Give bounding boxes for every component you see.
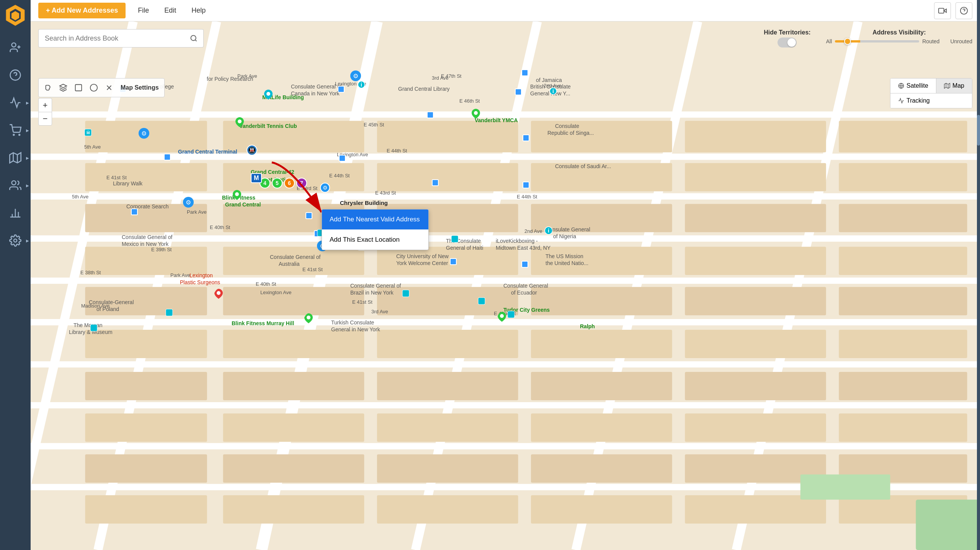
blue-square-5[interactable] xyxy=(164,154,171,160)
search-input[interactable] xyxy=(38,29,184,47)
map-settings-label[interactable]: Map Settings xyxy=(118,84,162,91)
blue-square-16[interactable] xyxy=(515,88,522,95)
add-nearest-valid-address-item[interactable]: Add The Nearest Valid Address xyxy=(322,210,428,229)
route-number-7: 7 xyxy=(296,178,307,188)
svg-rect-69 xyxy=(85,330,207,358)
gear-marker-2[interactable]: ⚙ xyxy=(183,197,194,208)
svg-rect-119 xyxy=(402,290,409,297)
info-marker-2[interactable]: i xyxy=(549,87,557,97)
svg-rect-51 xyxy=(85,204,207,232)
metlife-marker[interactable] xyxy=(264,90,273,101)
blink-fitness-marker[interactable] xyxy=(233,190,241,201)
click-target-marker[interactable]: ⚙ xyxy=(320,182,330,195)
scrollbar-handle[interactable] xyxy=(977,115,980,146)
address-visibility-control: Address Visibility: All Routed Unrouted xyxy=(826,29,972,45)
satellite-button[interactable]: Satellite xyxy=(890,79,936,93)
blue-square-13[interactable] xyxy=(450,258,457,265)
address-marker xyxy=(523,134,529,141)
landmark-marker-1[interactable]: 🏛 xyxy=(84,129,92,138)
blue-square-7[interactable] xyxy=(432,179,439,186)
blink-murray-marker[interactable] xyxy=(304,313,313,325)
landmark-marker-5[interactable] xyxy=(451,235,459,244)
add-exact-location-item[interactable]: Add This Exact Location xyxy=(322,229,428,250)
help-menu[interactable]: Help xyxy=(188,5,209,16)
circle-tool-button[interactable] xyxy=(87,81,101,95)
sidebar-item-map[interactable]: ▶ xyxy=(0,144,31,172)
blue-square-3[interactable] xyxy=(427,111,434,118)
search-button[interactable] xyxy=(184,29,204,47)
svg-rect-64 xyxy=(223,287,364,315)
svg-rect-75 xyxy=(85,372,207,400)
view-top-row: Satellite Map xyxy=(890,79,972,93)
svg-rect-81 xyxy=(85,414,207,442)
sidebar-item-chart[interactable]: ▶ xyxy=(0,89,31,116)
chevron-right-icon: ▶ xyxy=(26,156,29,160)
gear-marker-3[interactable]: ⚙ xyxy=(350,70,361,81)
blue-square-2[interactable] xyxy=(338,86,345,93)
zoom-out-button[interactable]: − xyxy=(38,112,52,126)
num-marker-7[interactable]: 7 xyxy=(296,178,307,188)
vanderbilt-ymca-marker[interactable] xyxy=(472,109,480,120)
grand-central-subway-marker[interactable]: 🚇 xyxy=(247,145,257,156)
zoom-in-button[interactable]: + xyxy=(38,98,52,112)
address-marker xyxy=(305,212,312,219)
blue-square-6[interactable] xyxy=(339,155,346,162)
slider-thumb[interactable] xyxy=(844,38,851,45)
sidebar-item-people[interactable]: ▶ xyxy=(0,172,31,199)
help-button[interactable] xyxy=(956,2,972,19)
landmark-marker-6[interactable] xyxy=(402,290,410,299)
address-visibility-label: Address Visibility: xyxy=(872,29,926,36)
info-marker-1[interactable]: i xyxy=(358,81,365,90)
sidebar-item-user-add[interactable] xyxy=(0,34,31,61)
chevron-right-icon: ▶ xyxy=(26,239,29,243)
svg-rect-68 xyxy=(839,287,967,315)
address-marker xyxy=(164,154,171,160)
landmark-marker-8[interactable] xyxy=(507,311,515,320)
sidebar-item-analytics[interactable] xyxy=(0,199,31,227)
svg-rect-77 xyxy=(377,372,518,400)
info-marker-3[interactable]: i xyxy=(544,226,553,236)
hide-territories-toggle[interactable] xyxy=(777,38,797,47)
app-logo[interactable] xyxy=(0,0,31,31)
landmark-marker-7[interactable] xyxy=(478,297,485,306)
svg-text:🏛: 🏛 xyxy=(86,130,90,135)
blue-square-4[interactable] xyxy=(523,134,529,141)
tracking-button[interactable]: Tracking xyxy=(890,93,972,108)
metro-m-marker[interactable]: M xyxy=(251,173,262,183)
map-button[interactable]: Map xyxy=(936,79,972,93)
rectangle-tool-button[interactable] xyxy=(72,81,85,95)
file-menu[interactable]: File xyxy=(135,5,152,16)
visibility-slider-row: All Routed Unrouted xyxy=(826,38,972,45)
red-pin-marker[interactable] xyxy=(214,289,223,300)
blue-square-10[interactable] xyxy=(305,212,312,219)
blue-square-14[interactable] xyxy=(521,261,528,268)
svg-rect-73 xyxy=(685,330,826,358)
svg-rect-74 xyxy=(839,330,967,358)
blue-square-15[interactable] xyxy=(521,69,528,76)
svg-rect-44 xyxy=(839,121,967,152)
sidebar-item-cart[interactable]: ▶ xyxy=(0,116,31,144)
sidebar-item-settings[interactable]: ▶ xyxy=(0,227,31,254)
pan-tool-button[interactable] xyxy=(41,81,55,95)
landmark-marker-4[interactable] xyxy=(165,309,173,318)
close-tool-button[interactable] xyxy=(102,81,116,95)
landmark-marker-3[interactable] xyxy=(90,324,98,333)
address-marker xyxy=(427,111,434,118)
layers-button[interactable] xyxy=(56,81,70,95)
gear-marker-1[interactable]: ⚙ xyxy=(139,128,149,139)
metro-m-icon: M xyxy=(251,173,262,183)
vanderbilt-tennis-marker[interactable] xyxy=(235,117,244,129)
map-container[interactable]: Park Ave Lexington Ave Lexington Ave Lex… xyxy=(31,21,980,550)
toolbar-right xyxy=(934,2,972,19)
num-marker-5[interactable]: 5 xyxy=(272,178,283,188)
num-marker-6[interactable]: 6 xyxy=(284,178,295,188)
blue-square-8[interactable] xyxy=(523,182,529,188)
svg-rect-118 xyxy=(451,236,458,242)
add-new-addresses-button[interactable]: + Add New Addresses xyxy=(38,3,126,18)
blue-square-9[interactable] xyxy=(131,208,138,215)
tudor-city-marker[interactable] xyxy=(498,312,506,323)
sidebar-item-help[interactable] xyxy=(0,61,31,89)
camera-button[interactable] xyxy=(934,2,951,19)
sidebar-scrollbar[interactable] xyxy=(977,0,980,550)
edit-menu[interactable]: Edit xyxy=(161,5,179,16)
